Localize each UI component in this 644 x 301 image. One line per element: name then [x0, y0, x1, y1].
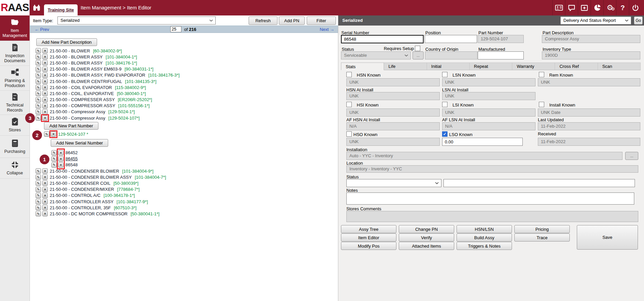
status2-select[interactable] [346, 179, 441, 187]
delete-icon[interactable]: × [42, 168, 48, 174]
tab-warranty[interactable]: Warranty [512, 63, 555, 70]
edit-icon[interactable]: ✎ [36, 97, 41, 102]
tab-stats[interactable]: Stats [341, 62, 384, 70]
edit-icon[interactable]: ✎ [36, 54, 41, 59]
power-icon[interactable] [629, 0, 642, 15]
part-description-label[interactable]: 21-50-00 - Compressor Assy[129-5024-107*… [50, 116, 140, 121]
edit-icon[interactable]: ✎ [36, 199, 41, 204]
lso-known-checkbox[interactable]: ✓ [442, 131, 447, 137]
part-description-label[interactable]: 21-50-00 - DC MOTOR COMPRESSOR[50-380041… [50, 211, 160, 216]
save-button[interactable]: Save [577, 225, 638, 250]
serial-number-label[interactable]: 86455 [66, 156, 78, 161]
notes-textarea[interactable] [346, 192, 634, 205]
sidebar-item-technical-records[interactable]: Technical Records [0, 91, 30, 115]
delete-icon[interactable]: × [42, 205, 48, 210]
edit-icon[interactable]: ✎ [36, 180, 41, 186]
delete-icon[interactable]: × [42, 73, 48, 78]
part-description-label[interactable]: 21-50-00 - BLOWER ASSY, FWD EVAPORATOR[1… [50, 73, 180, 78]
trace-button[interactable]: Trace [514, 233, 570, 242]
delete-icon[interactable]: × [42, 193, 48, 198]
part-description-label[interactable]: 21-50-00 - BLOWER ASSY EM603-9[90-384031… [50, 67, 154, 72]
delete-icon[interactable]: × [42, 60, 48, 66]
part-description-label[interactable]: 21-50-00 - CONDENSER BLOWER[101-384004-9… [50, 169, 154, 174]
edit-icon[interactable]: ✎ [36, 48, 41, 53]
edit-icon[interactable]: ✎ [51, 162, 57, 168]
tab-initial[interactable]: Initial [427, 63, 470, 70]
installation-more-button[interactable]: ... [625, 152, 638, 160]
position-input[interactable] [425, 35, 477, 43]
serial-number-input[interactable] [341, 35, 424, 43]
pie-chart-icon[interactable] [591, 0, 603, 15]
sidebar-item-inspection-documents[interactable]: Inspection Documents [0, 41, 30, 66]
next-link[interactable]: Next → [320, 27, 334, 32]
modify-pos-button[interactable]: Modify Pos [341, 242, 396, 250]
lsn-known-checkbox[interactable] [442, 72, 447, 77]
serial-number-label[interactable]: 86452 [66, 150, 78, 155]
requires-setup-checkbox[interactable] [415, 46, 420, 51]
item-type-select[interactable]: Serialized [57, 16, 216, 25]
delete-icon[interactable]: × [42, 103, 48, 109]
hsi-known-checkbox[interactable] [346, 102, 352, 107]
part-description-label[interactable]: 21-50-00 - BLOWER[60-384002-9*] [50, 48, 122, 53]
pricing-button[interactable]: Pricing [514, 225, 570, 233]
edit-icon[interactable]: ✎ [36, 85, 41, 90]
part-description-label[interactable]: 21-50-00 - CONDENSER/MIXER[778684-7*] [50, 187, 140, 192]
tab-cross-ref[interactable]: Cross Ref [555, 63, 598, 70]
status-more-button[interactable]: ... [413, 51, 424, 59]
filter-button[interactable]: Filter [307, 16, 336, 25]
edit-icon[interactable]: ✎ [51, 156, 57, 162]
go-button[interactable]: Go [634, 16, 643, 25]
status-select[interactable]: Serviceable [341, 51, 411, 59]
edit-icon[interactable]: ✎ [36, 79, 41, 84]
part-description-label[interactable]: 21-50-00 - CONTROLLER, 35F[607510-3*] [50, 205, 136, 210]
assy-tree-button[interactable]: Assy Tree [341, 225, 396, 233]
change-pn-button[interactable]: Change PN [399, 225, 454, 233]
add-new-part-description-button[interactable]: Add New Part Description [36, 38, 97, 46]
add-new-serial-number-button[interactable]: Add New Serial Number [51, 139, 108, 147]
lsi-known-checkbox[interactable] [442, 102, 447, 107]
part-description-label[interactable]: 21-50-00 - BLOWER ASSY[101-384176-1*] [50, 60, 137, 66]
edit-icon[interactable]: ✎ [36, 91, 41, 96]
edit-icon[interactable]: ✎ [36, 60, 41, 66]
build-assy-button[interactable]: Build Assy [457, 233, 512, 242]
delete-icon[interactable]: × [42, 109, 48, 115]
part-description-label[interactable]: 21-50-00 - CONTROLLER ASSY[101-384177-9*… [50, 199, 148, 204]
attached-items-button[interactable]: Attached Items [399, 242, 454, 250]
edit-icon[interactable]: ✎ [36, 174, 41, 180]
edit-icon[interactable]: ✎ [36, 193, 41, 198]
verify-button[interactable]: Verify [399, 233, 454, 242]
delete-icon[interactable]: × [42, 211, 48, 216]
delete-icon[interactable]: × [42, 67, 48, 72]
status2-input[interactable] [443, 179, 635, 187]
refresh-button[interactable]: Refresh [249, 16, 277, 25]
serial-number-label[interactable]: 86548 [66, 162, 78, 167]
part-description-label[interactable]: 21-50-00 - COMPRESSOR ASSY[101-555156-1*… [50, 103, 149, 108]
install-known-checkbox[interactable] [539, 102, 544, 107]
sidebar-item-collapse[interactable]: Collapse [0, 158, 30, 179]
tab-scan[interactable]: Scan [598, 63, 641, 70]
delete-icon[interactable]: × [42, 180, 48, 186]
edit-icon[interactable]: ✎ [36, 67, 41, 72]
delete-icon[interactable]: × [42, 97, 48, 102]
add-new-part-number-button[interactable]: Add New Part Number [44, 122, 98, 130]
part-description-label[interactable]: 21-50-00 - Compressor Assy[129-5024-1*] [50, 109, 135, 114]
delete-icon[interactable]: × [42, 187, 48, 192]
sidebar-item-item-management[interactable]: Item Management [0, 15, 30, 41]
edit-icon[interactable]: ✎ [36, 109, 41, 115]
delete-icon[interactable]: × [42, 91, 48, 96]
add-window-icon[interactable] [578, 0, 591, 15]
part-description-label[interactable]: 21-50-00 - BLOWER CENTRIFUGAL[101-384135… [50, 79, 157, 84]
hso-known-checkbox[interactable] [346, 131, 352, 137]
delete-icon[interactable]: × [42, 79, 48, 84]
help-icon[interactable]: ? [616, 0, 629, 15]
page-number-input[interactable] [170, 26, 181, 32]
chat-icon[interactable] [565, 0, 578, 15]
hsn-known-checkbox[interactable] [346, 72, 352, 77]
part-description-label[interactable]: 21-50-00 - CONDENSER BLOWER ASSY[101-384… [50, 175, 166, 180]
edit-icon[interactable]: ✎ [36, 115, 41, 121]
id-card-icon[interactable] [552, 0, 565, 15]
rem-known-checkbox[interactable] [539, 72, 544, 77]
tab-repeat[interactable]: Repeat [470, 63, 512, 70]
delete-icon[interactable]: × [42, 174, 48, 180]
delete-icon[interactable]: × [42, 85, 48, 90]
